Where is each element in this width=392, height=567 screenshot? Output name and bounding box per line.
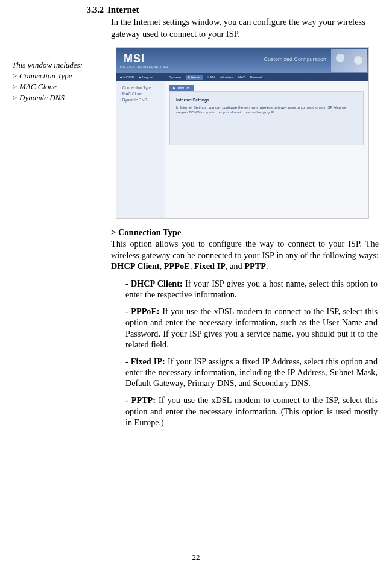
margin-item: > MAC Clone [12, 82, 111, 92]
nav-item-lan[interactable]: LAN [207, 75, 215, 79]
fixed-ip-item: - Fixed IP: If your ISP assigns a fixed … [125, 356, 378, 389]
sidebar-item-mac-clone[interactable]: MAC Clone [119, 91, 162, 97]
sidebar-item-connection-type[interactable]: Connection Type [119, 85, 162, 91]
section-number: 3.3.2 [6, 5, 107, 15]
panel-title: Internet Settings [176, 98, 357, 102]
msi-logo-subtitle: MICRO-STAR INTERNATIONAL [120, 65, 171, 69]
msi-logo: MSI [124, 52, 171, 65]
connection-type-paragraph: This option allows you to configure the … [111, 238, 379, 272]
nav-item-firewall[interactable]: Firewall [250, 75, 263, 79]
ui-headline: Customized Configuration [264, 56, 326, 62]
nav-item-nat[interactable]: NAT [238, 75, 245, 79]
header-graphic [331, 49, 367, 72]
margin-heading: This window includes: [12, 60, 111, 71]
nav-home-icon[interactable]: ■ HOME [120, 75, 134, 79]
router-ui-screenshot: MSI MICRO-STAR INTERNATIONAL Customized … [116, 47, 369, 219]
ui-nav-bar: ■ HOME ■ Logout System Internet LAN Wire… [116, 73, 368, 81]
margin-item: > Connection Type [12, 71, 111, 81]
nav-item-internet[interactable]: Internet [186, 75, 203, 80]
footer-rule [60, 550, 386, 550]
section-title: Internet [107, 5, 139, 15]
ui-tab-internet[interactable]: ▸ Internet [169, 85, 194, 91]
nav-item-system[interactable]: System [169, 75, 181, 79]
ui-header: MSI MICRO-STAR INTERNATIONAL Customized … [116, 48, 368, 73]
page-number: 22 [0, 553, 392, 562]
sidebar-item-dynamic-dns[interactable]: Dynamic DNS [119, 97, 162, 103]
dhcp-client-item: - DHCP Client: If your ISP gives you a h… [125, 278, 378, 300]
margin-item: > Dynamic DNS [12, 93, 111, 103]
section-intro: In the Internet settings window, you can… [111, 16, 379, 40]
pppoe-item: - PPPoE: If you use the xDSL modem to co… [125, 306, 378, 350]
ui-sidebar: Connection Type MAC Clone Dynamic DNS [116, 81, 165, 218]
connection-type-heading: > Connection Type [111, 227, 379, 238]
pptp-item: - PPTP: If you use the xDSL modem to con… [125, 394, 378, 428]
nav-logout-icon[interactable]: ■ Logout [139, 75, 153, 79]
margin-notes: This window includes: > Connection Type … [6, 47, 111, 219]
ui-main-panel: ▸ Internet Internet Settings In Internet… [165, 81, 368, 218]
nav-item-wireless[interactable]: Wireless [220, 75, 233, 79]
panel-description: In Internet Settings, you can configure … [176, 106, 357, 115]
